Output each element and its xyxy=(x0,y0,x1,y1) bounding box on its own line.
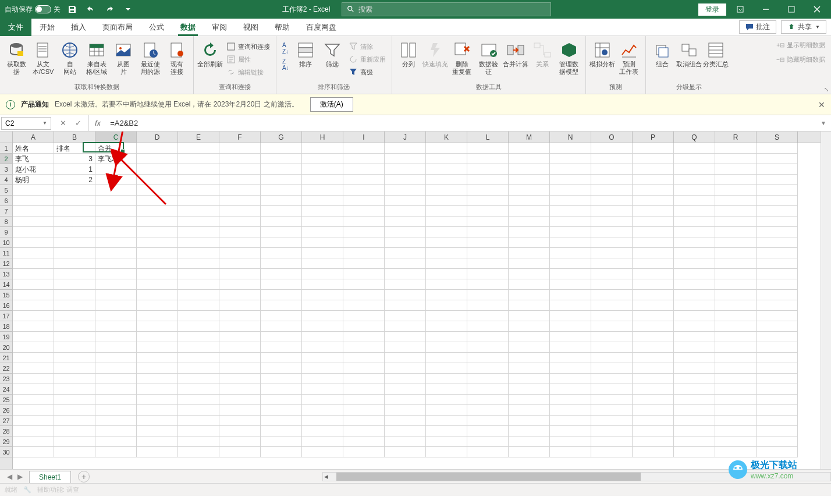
cell-M8[interactable] xyxy=(509,216,550,227)
cell-J21[interactable] xyxy=(385,353,426,363)
cell-F30[interactable] xyxy=(219,447,261,457)
cell-M3[interactable] xyxy=(509,164,550,175)
cell-O7[interactable] xyxy=(591,206,633,216)
cell-O27[interactable] xyxy=(591,416,633,426)
cell-D25[interactable] xyxy=(137,395,178,405)
cell-O25[interactable] xyxy=(591,395,633,405)
cell-O29[interactable] xyxy=(591,436,633,447)
cell-L24[interactable] xyxy=(467,384,509,395)
cell-D22[interactable] xyxy=(137,363,178,374)
cell-M19[interactable] xyxy=(509,332,550,342)
cell-L17[interactable] xyxy=(467,311,509,321)
row-header-1[interactable]: 1 xyxy=(0,143,12,154)
cell-G11[interactable] xyxy=(261,248,302,258)
cell-Q5[interactable] xyxy=(674,185,715,196)
cell-S15[interactable] xyxy=(757,290,798,300)
cell-C22[interactable] xyxy=(95,363,137,374)
cell-L30[interactable] xyxy=(467,447,509,457)
cell-F10[interactable] xyxy=(219,237,261,248)
cell-G24[interactable] xyxy=(261,384,302,395)
cell-E30[interactable] xyxy=(178,447,219,457)
cell-S22[interactable] xyxy=(757,363,798,374)
advanced-filter-button[interactable]: 高级 xyxy=(346,66,388,78)
cell-G14[interactable] xyxy=(261,279,302,290)
cell-F15[interactable] xyxy=(219,290,261,300)
cell-N1[interactable] xyxy=(550,143,591,154)
cell-O14[interactable] xyxy=(591,279,633,290)
redo-button[interactable] xyxy=(102,2,116,16)
cell-L5[interactable] xyxy=(467,185,509,196)
cell-Q26[interactable] xyxy=(674,405,715,416)
cell-J9[interactable] xyxy=(385,227,426,237)
cell-A1[interactable]: 姓名 xyxy=(13,143,54,154)
tab-page-layout[interactable]: 页面布局 xyxy=(94,19,141,36)
cell-C28[interactable] xyxy=(95,426,137,436)
cell-R24[interactable] xyxy=(715,384,757,395)
cell-S7[interactable] xyxy=(757,206,798,216)
cell-I20[interactable] xyxy=(343,342,385,353)
cell-J18[interactable] xyxy=(385,321,426,332)
cell-G4[interactable] xyxy=(261,175,302,185)
properties-button[interactable]: 属性 xyxy=(224,54,272,65)
cell-K12[interactable] xyxy=(426,258,467,269)
cell-Q19[interactable] xyxy=(674,332,715,342)
row-header-13[interactable]: 13 xyxy=(0,269,12,279)
cell-O28[interactable] xyxy=(591,426,633,436)
cell-A2[interactable]: 李飞 xyxy=(13,154,54,164)
cell-R10[interactable] xyxy=(715,237,757,248)
cell-H20[interactable] xyxy=(302,342,343,353)
cell-D7[interactable] xyxy=(137,206,178,216)
cell-C18[interactable] xyxy=(95,321,137,332)
cell-I8[interactable] xyxy=(343,216,385,227)
spreadsheet-grid[interactable]: ABCDEFGHIJKLMNOPQRS 12345678910111213141… xyxy=(0,132,831,469)
edit-links-button[interactable]: 编辑链接 xyxy=(224,66,272,78)
cell-B30[interactable] xyxy=(54,447,95,457)
cell-P19[interactable] xyxy=(633,332,674,342)
cell-F3[interactable] xyxy=(219,164,261,175)
cell-H28[interactable] xyxy=(302,426,343,436)
cell-R29[interactable] xyxy=(715,436,757,447)
cell-P28[interactable] xyxy=(633,426,674,436)
cell-J13[interactable] xyxy=(385,269,426,279)
cell-M29[interactable] xyxy=(509,436,550,447)
cell-N15[interactable] xyxy=(550,290,591,300)
cell-S20[interactable] xyxy=(757,342,798,353)
comments-button[interactable]: 批注 xyxy=(739,20,776,34)
cell-O22[interactable] xyxy=(591,363,633,374)
cell-P8[interactable] xyxy=(633,216,674,227)
filter-button[interactable]: 筛选 xyxy=(319,38,345,81)
cell-I27[interactable] xyxy=(343,416,385,426)
enter-formula-button[interactable]: ✓ xyxy=(72,118,84,129)
cell-F14[interactable] xyxy=(219,279,261,290)
cell-H2[interactable] xyxy=(302,154,343,164)
cell-K21[interactable] xyxy=(426,353,467,363)
cell-L3[interactable] xyxy=(467,164,509,175)
row-header-16[interactable]: 16 xyxy=(0,300,12,311)
cell-A30[interactable] xyxy=(13,447,54,457)
cell-R25[interactable] xyxy=(715,395,757,405)
cell-M13[interactable] xyxy=(509,269,550,279)
cell-K20[interactable] xyxy=(426,342,467,353)
cell-G28[interactable] xyxy=(261,426,302,436)
cell-I22[interactable] xyxy=(343,363,385,374)
cell-M27[interactable] xyxy=(509,416,550,426)
cell-C24[interactable] xyxy=(95,384,137,395)
cell-D1[interactable] xyxy=(137,143,178,154)
cell-B29[interactable] xyxy=(54,436,95,447)
cell-A8[interactable] xyxy=(13,216,54,227)
cell-L11[interactable] xyxy=(467,248,509,258)
tab-help[interactable]: 帮助 xyxy=(267,19,298,36)
cell-C8[interactable] xyxy=(95,216,137,227)
cell-K2[interactable] xyxy=(426,154,467,164)
cell-B14[interactable] xyxy=(54,279,95,290)
formula-input[interactable]: =A2&B2 xyxy=(106,119,816,127)
cell-M15[interactable] xyxy=(509,290,550,300)
cell-R11[interactable] xyxy=(715,248,757,258)
cell-S8[interactable] xyxy=(757,216,798,227)
cell-N30[interactable] xyxy=(550,447,591,457)
data-model-button[interactable]: 管理数 据模型 xyxy=(556,38,582,81)
cell-O24[interactable] xyxy=(591,384,633,395)
cell-G26[interactable] xyxy=(261,405,302,416)
cell-P7[interactable] xyxy=(633,206,674,216)
cell-L4[interactable] xyxy=(467,175,509,185)
